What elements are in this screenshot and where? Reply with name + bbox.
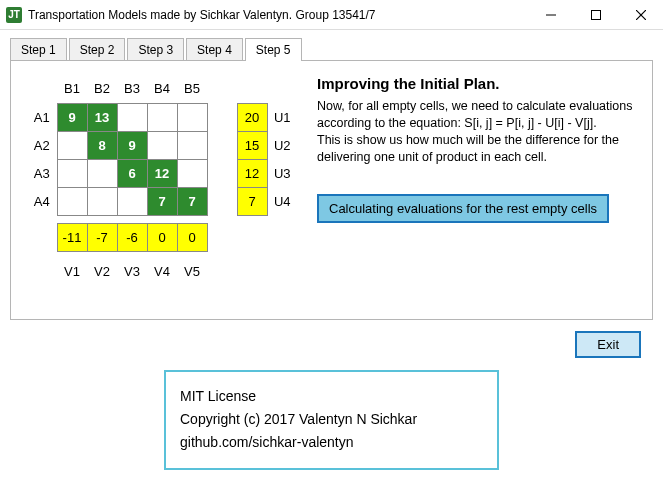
maximize-button[interactable] <box>573 0 618 30</box>
col-header-b2: B2 <box>87 75 117 103</box>
u-value-2: 15 <box>237 131 267 159</box>
cell-1-1: 9 <box>57 103 87 131</box>
v-label-5: V5 <box>177 257 207 285</box>
u-value-3: 12 <box>237 159 267 187</box>
license-box: MIT License Copyright (c) 2017 Valentyn … <box>164 370 499 470</box>
svg-rect-1 <box>591 10 600 19</box>
cell-3-3: 6 <box>117 159 147 187</box>
maximize-icon <box>591 10 601 20</box>
u-label-3: U3 <box>267 159 297 187</box>
cell-1-2: 13 <box>87 103 117 131</box>
v-value-1: -11 <box>57 223 87 251</box>
row-header-a4: A4 <box>27 187 57 215</box>
panel-heading: Improving the Initial Plan. <box>317 75 636 92</box>
u-label-4: U4 <box>267 187 297 215</box>
col-header-b3: B3 <box>117 75 147 103</box>
cell-3-5 <box>177 159 207 187</box>
panel-description: Now, for all empty cells, we need to cal… <box>317 98 636 166</box>
footer-row: Exit <box>10 321 653 358</box>
v-label-4: V4 <box>147 257 177 285</box>
app-icon: JT <box>6 7 22 23</box>
cell-4-1 <box>57 187 87 215</box>
cell-2-5 <box>177 131 207 159</box>
tab-strip: Step 1 Step 2 Step 3 Step 4 Step 5 <box>10 38 653 61</box>
cell-1-5 <box>177 103 207 131</box>
close-icon <box>636 10 646 20</box>
col-header-b4: B4 <box>147 75 177 103</box>
tab-step-2[interactable]: Step 2 <box>69 38 126 61</box>
u-label-2: U2 <box>267 131 297 159</box>
license-line-3: github.com/sichkar-valentyn <box>180 434 483 451</box>
corner <box>27 75 57 103</box>
v-value-5: 0 <box>177 223 207 251</box>
cell-2-3: 9 <box>117 131 147 159</box>
window-title: Transportation Models made by Sichkar Va… <box>28 8 528 22</box>
explanation-panel: Improving the Initial Plan. Now, for all… <box>317 75 636 299</box>
cell-2-1 <box>57 131 87 159</box>
minimize-icon <box>546 10 556 20</box>
v-value-4: 0 <box>147 223 177 251</box>
cell-3-4: 12 <box>147 159 177 187</box>
v-label-2: V2 <box>87 257 117 285</box>
close-button[interactable] <box>618 0 663 30</box>
cell-4-2 <box>87 187 117 215</box>
tab-step-5[interactable]: Step 5 <box>245 38 302 61</box>
cell-4-3 <box>117 187 147 215</box>
v-label-1: V1 <box>57 257 87 285</box>
row-header-a3: A3 <box>27 159 57 187</box>
client-area: Step 1 Step 2 Step 3 Step 4 Step 5 B1B2B… <box>0 30 663 470</box>
titlebar: JT Transportation Models made by Sichkar… <box>0 0 663 30</box>
col-header-b5: B5 <box>177 75 207 103</box>
u-value-4: 7 <box>237 187 267 215</box>
tab-step-3[interactable]: Step 3 <box>127 38 184 61</box>
col-header-b1: B1 <box>57 75 87 103</box>
tab-step-4[interactable]: Step 4 <box>186 38 243 61</box>
grid-table: B1B2B3B4B5A191320U1A28915U2A361212U3A477… <box>27 75 297 285</box>
license-line-1: MIT License <box>180 388 483 405</box>
v-value-2: -7 <box>87 223 117 251</box>
cell-1-3 <box>117 103 147 131</box>
row-header-a1: A1 <box>27 103 57 131</box>
cell-1-4 <box>147 103 177 131</box>
row-header-a2: A2 <box>27 131 57 159</box>
calculate-button[interactable]: Calculating evaluations for the rest emp… <box>317 194 609 223</box>
license-line-2: Copyright (c) 2017 Valentyn N Sichkar <box>180 411 483 428</box>
u-value-1: 20 <box>237 103 267 131</box>
cell-4-4: 7 <box>147 187 177 215</box>
cell-3-1 <box>57 159 87 187</box>
transportation-grid: B1B2B3B4B5A191320U1A28915U2A361212U3A477… <box>27 75 297 299</box>
u-label-1: U1 <box>267 103 297 131</box>
exit-button[interactable]: Exit <box>575 331 641 358</box>
tab-content: B1B2B3B4B5A191320U1A28915U2A361212U3A477… <box>10 60 653 320</box>
cell-2-4 <box>147 131 177 159</box>
v-value-3: -6 <box>117 223 147 251</box>
v-label-3: V3 <box>117 257 147 285</box>
cell-3-2 <box>87 159 117 187</box>
minimize-button[interactable] <box>528 0 573 30</box>
cell-4-5: 7 <box>177 187 207 215</box>
tab-step-1[interactable]: Step 1 <box>10 38 67 61</box>
cell-2-2: 8 <box>87 131 117 159</box>
